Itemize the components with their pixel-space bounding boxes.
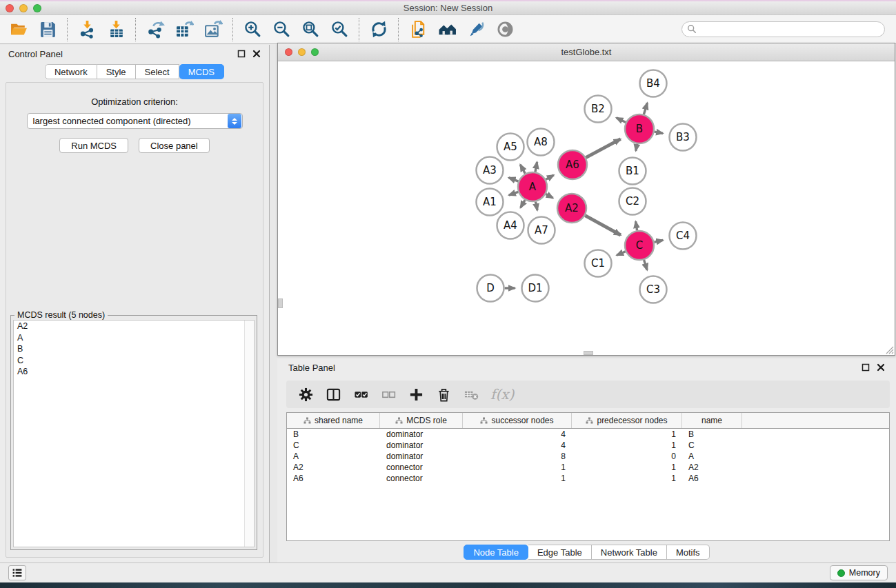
network-close-button[interactable] (285, 48, 292, 56)
edge-C-C3[interactable] (644, 260, 648, 270)
zoom-fit-icon[interactable] (296, 17, 325, 42)
column-header-predecessor-nodes[interactable]: predecessor nodes (572, 413, 682, 428)
network-from-file-icon[interactable] (404, 17, 432, 42)
zoom-out-icon[interactable] (267, 17, 296, 42)
edge-A-A7[interactable] (535, 202, 537, 211)
table-row[interactable]: Adominator80A (287, 451, 889, 462)
graph-node-B3[interactable]: B3 (670, 124, 697, 151)
graph-node-A3[interactable]: A3 (477, 157, 504, 184)
export-image-icon[interactable] (199, 17, 228, 42)
edge-A-A4[interactable] (521, 200, 525, 207)
edge-C-C2[interactable] (636, 221, 637, 230)
search-input[interactable] (681, 21, 885, 37)
edge-B-B2[interactable] (617, 118, 626, 123)
resize-grip[interactable] (885, 345, 894, 354)
task-history-button[interactable] (8, 565, 26, 580)
home-icon[interactable] (432, 17, 461, 42)
edge-B-B1[interactable] (636, 144, 637, 151)
graph-node-A1[interactable]: A1 (477, 189, 504, 216)
result-item[interactable]: B (14, 343, 254, 355)
split-panel-icon[interactable] (321, 383, 346, 406)
export-network-icon[interactable] (141, 17, 170, 42)
show-hide-graphics-icon[interactable] (490, 17, 519, 42)
graph-node-D1[interactable]: D1 (522, 275, 549, 302)
zoom-in-icon[interactable] (238, 17, 267, 42)
result-scrollbar[interactable] (244, 321, 254, 547)
delete-rows-icon[interactable] (431, 383, 456, 406)
result-item[interactable]: A (14, 332, 254, 344)
graph-node-A4[interactable]: A4 (497, 212, 524, 239)
result-item[interactable]: A2 (14, 321, 254, 332)
tab-select[interactable]: Select (136, 64, 179, 79)
close-panel-icon[interactable] (252, 50, 261, 58)
network-maximize-button[interactable] (311, 48, 319, 56)
float-panel-icon[interactable] (237, 50, 246, 58)
edge-A-A5[interactable] (520, 165, 525, 174)
settings-icon[interactable] (293, 383, 318, 406)
network-canvas[interactable]: AA1A2A3A4A5A6A7A8BB1B2B3B4CC1C2C3C4DD1 (278, 61, 895, 355)
edge-C-C4[interactable] (654, 240, 663, 242)
import-network-icon[interactable] (72, 17, 101, 42)
close-panel-button[interactable]: Close panel (139, 138, 210, 153)
refresh-icon[interactable] (364, 17, 393, 42)
edge-A6-B[interactable] (586, 139, 620, 158)
float-table-panel-icon[interactable] (862, 363, 870, 372)
graph-node-C1[interactable]: C1 (585, 250, 612, 277)
export-table-icon[interactable] (170, 17, 199, 42)
tab-mcds[interactable]: MCDS (179, 64, 224, 79)
graph-node-B2[interactable]: B2 (585, 96, 612, 123)
edge-B-B3[interactable] (655, 132, 663, 133)
graph-node-B4[interactable]: B4 (640, 70, 667, 97)
graph-node-C3[interactable]: C3 (640, 276, 667, 303)
column-header-shared-name[interactable]: shared name (287, 413, 380, 428)
graph-node-C4[interactable]: C4 (670, 223, 697, 250)
edge-A-A6[interactable] (546, 175, 554, 179)
edge-A-A8[interactable] (535, 162, 537, 172)
maximize-window-button[interactable] (33, 4, 41, 12)
column-header-mcds-role[interactable]: MCDS role (380, 413, 463, 428)
edge-A2-C[interactable] (585, 216, 621, 235)
canvas-horizontal-scrollbar[interactable] (584, 351, 593, 355)
table-row[interactable]: A6connector11A6 (287, 473, 889, 484)
edge-A-A2[interactable] (546, 194, 552, 199)
column-header-name[interactable]: name (682, 413, 742, 428)
deselect-all-icon[interactable] (376, 383, 401, 406)
table-row[interactable]: Cdominator41C (287, 440, 889, 451)
run-mcds-button[interactable]: Run MCDS (59, 138, 128, 153)
close-table-panel-icon[interactable] (877, 363, 885, 372)
import-table-icon[interactable] (101, 17, 130, 42)
canvas-vertical-scrollbar[interactable] (278, 298, 283, 308)
tab-style[interactable]: Style (97, 64, 136, 79)
open-file-icon[interactable] (4, 17, 33, 42)
tab-network[interactable]: Network (45, 64, 97, 79)
network-minimize-button[interactable] (298, 48, 306, 56)
result-item[interactable]: A6 (14, 366, 254, 378)
hide-annotations-icon[interactable] (461, 17, 490, 42)
graph-node-B[interactable]: B (625, 114, 654, 143)
graph-node-B1[interactable]: B1 (619, 158, 646, 185)
minimize-window-button[interactable] (19, 4, 28, 12)
graph-node-A2[interactable]: A2 (557, 194, 586, 223)
edge-A-A3[interactable] (509, 178, 519, 181)
select-all-icon[interactable] (348, 383, 373, 406)
graph-node-A7[interactable]: A7 (528, 217, 555, 244)
edge-B-B4[interactable] (644, 103, 647, 114)
edge-A-A1[interactable] (509, 192, 518, 195)
add-row-icon[interactable] (404, 383, 428, 406)
graph-node-A5[interactable]: A5 (497, 134, 524, 161)
table-tab-motifs[interactable]: Motifs (667, 545, 710, 560)
graph-node-C2[interactable]: C2 (619, 188, 646, 215)
zoom-selected-icon[interactable] (325, 17, 354, 42)
graph-node-A8[interactable]: A8 (528, 129, 555, 156)
save-session-icon[interactable] (33, 17, 62, 42)
table-tab-node-table[interactable]: Node Table (464, 545, 528, 560)
edge-C-C1[interactable] (617, 252, 626, 256)
graph-node-A6[interactable]: A6 (558, 150, 587, 179)
mcds-result-list[interactable]: A2ABCA6 (13, 320, 255, 547)
graph-node-C[interactable]: C (625, 231, 654, 260)
column-header-successor-nodes[interactable]: successor nodes (463, 413, 572, 428)
table-tab-edge-table[interactable]: Edge Table (528, 545, 592, 560)
close-window-button[interactable] (6, 4, 14, 12)
criterion-dropdown[interactable]: largest connected component (directed) (27, 113, 243, 129)
result-item[interactable]: C (14, 355, 254, 367)
